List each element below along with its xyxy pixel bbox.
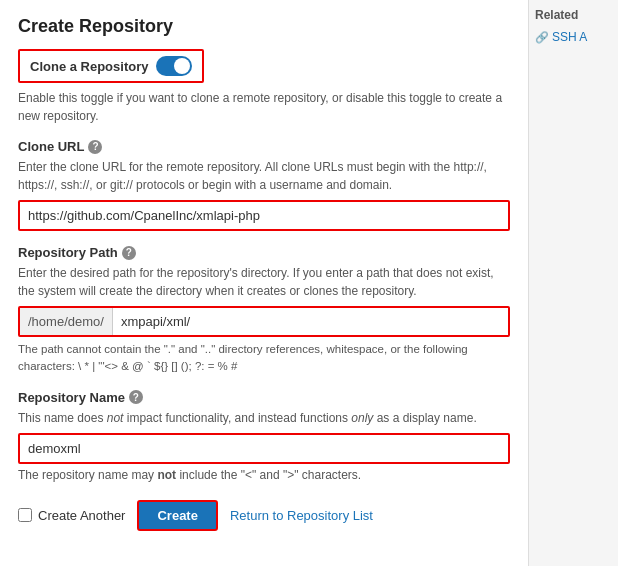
sidebar-ssh-label: SSH A: [552, 30, 587, 44]
create-another-text: Create Another: [38, 508, 125, 523]
create-button[interactable]: Create: [137, 500, 217, 531]
repo-name-desc-pre: This name does: [18, 411, 107, 425]
repo-path-prefix: /home/demo/: [20, 308, 113, 335]
external-link-icon: 🔗: [535, 31, 549, 44]
repo-name-desc-post: as a display name.: [373, 411, 476, 425]
create-another-label[interactable]: Create Another: [18, 508, 125, 523]
repo-name-input[interactable]: [18, 433, 510, 464]
sidebar-title: Related: [535, 8, 612, 22]
clone-toggle-label: Clone a Repository: [30, 59, 148, 74]
repo-name-note-bold: not: [157, 468, 176, 482]
repo-name-label: Repository Name: [18, 390, 125, 405]
repo-name-desc: This name does not impact functionality,…: [18, 409, 510, 427]
repo-path-chars-note: The path cannot contain the "." and ".."…: [18, 341, 510, 376]
sidebar: Related 🔗 SSH A: [528, 0, 618, 566]
repo-path-section: Repository Path ? Enter the desired path…: [18, 245, 510, 376]
clone-url-label: Clone URL: [18, 139, 84, 154]
repo-path-label: Repository Path: [18, 245, 118, 260]
clone-url-help-icon[interactable]: ?: [88, 140, 102, 154]
repo-name-note-post: include the "<" and ">" characters.: [176, 468, 361, 482]
clone-help-text: Enable this toggle if you want to clone …: [18, 89, 510, 125]
clone-toggle-box: Clone a Repository: [18, 49, 204, 83]
repo-name-note: The repository name may not include the …: [18, 468, 510, 482]
repo-name-help-icon[interactable]: ?: [129, 390, 143, 404]
clone-toggle-switch[interactable]: [156, 56, 192, 76]
main-content: Create Repository Clone a Repository Ena…: [0, 0, 528, 566]
repo-name-desc-em2: only: [351, 411, 373, 425]
repo-name-desc-em: not: [107, 411, 124, 425]
footer-row: Create Another Create Return to Reposito…: [18, 500, 510, 531]
return-to-list-link[interactable]: Return to Repository List: [230, 508, 373, 523]
repo-path-label-row: Repository Path ?: [18, 245, 510, 260]
create-another-checkbox[interactable]: [18, 508, 32, 522]
clone-url-input[interactable]: [18, 200, 510, 231]
toggle-knob: [174, 58, 190, 74]
repo-path-help-icon[interactable]: ?: [122, 246, 136, 260]
repo-path-desc: Enter the desired path for the repositor…: [18, 264, 510, 300]
repo-name-note-pre: The repository name may: [18, 468, 157, 482]
repo-name-desc-mid: impact functionality, and instead functi…: [123, 411, 351, 425]
repo-name-label-row: Repository Name ?: [18, 390, 510, 405]
clone-url-section: Clone URL ? Enter the clone URL for the …: [18, 139, 510, 231]
sidebar-ssh-link[interactable]: 🔗 SSH A: [535, 30, 612, 44]
page-title: Create Repository: [18, 16, 510, 37]
clone-url-desc: Enter the clone URL for the remote repos…: [18, 158, 510, 194]
repo-path-row: /home/demo/: [18, 306, 510, 337]
repo-name-section: Repository Name ? This name does not imp…: [18, 390, 510, 482]
repo-path-input[interactable]: [113, 308, 508, 335]
clone-url-label-row: Clone URL ?: [18, 139, 510, 154]
